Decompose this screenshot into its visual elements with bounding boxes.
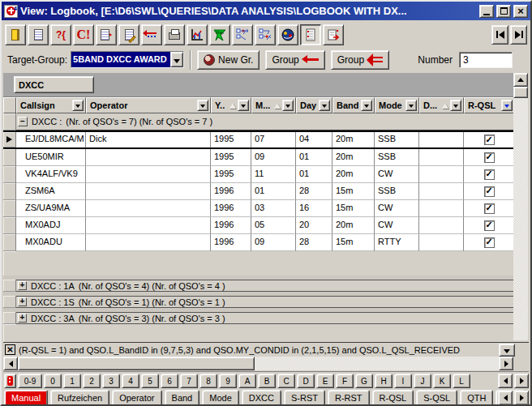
- cell-day[interactable]: 04: [296, 132, 332, 147]
- table-row[interactable]: ZSM6A 1996 01 28 15m SSB: [3, 183, 515, 200]
- scroll-right-button[interactable]: [499, 357, 513, 370]
- alpha-tab-i[interactable]: I: [394, 374, 412, 388]
- cell-year[interactable]: 1995: [211, 149, 251, 166]
- cell-operator[interactable]: [86, 166, 211, 183]
- alpha-tab-j[interactable]: J: [414, 374, 431, 388]
- expand-group-button[interactable]: +: [18, 314, 27, 323]
- cell-band[interactable]: 15m: [332, 234, 375, 251]
- alpha-tab-2[interactable]: 2: [83, 374, 101, 388]
- column-filter-dropdown[interactable]: [450, 100, 461, 111]
- grid-horizontal-scrollbar[interactable]: [3, 357, 529, 370]
- collapse-group-button[interactable]: −: [18, 117, 28, 126]
- cell-band[interactable]: 20m: [332, 132, 375, 147]
- alpha-tab-7[interactable]: 7: [180, 374, 198, 388]
- first-record-button[interactable]: [491, 25, 508, 45]
- cell-year[interactable]: 1996: [211, 217, 251, 234]
- cell-band[interactable]: 15m: [332, 183, 375, 200]
- table-row[interactable]: MX0ADU 1996 09 28 15m RTTY: [3, 234, 515, 251]
- scroll-left-button[interactable]: [3, 357, 18, 370]
- alpha-tab-4[interactable]: 4: [122, 374, 139, 388]
- field-tab-s-qsl[interactable]: S-QSL: [416, 390, 457, 406]
- group-by-dxcc-button[interactable]: DXCC: [14, 76, 94, 93]
- collapsed-group-row[interactable]: + DXCC : 1A (Nr. of QSO's = 4) (Nr. of Q…: [3, 280, 515, 292]
- alpha-tab-k[interactable]: K: [433, 374, 451, 388]
- number-input[interactable]: 3: [459, 52, 513, 68]
- cell-d[interactable]: [419, 217, 464, 234]
- cell-d[interactable]: [419, 166, 464, 183]
- field-tab-rufzeichen[interactable]: Rufzeichen: [50, 390, 109, 406]
- filter-active-checkbox[interactable]: ✕: [5, 344, 15, 355]
- cell-month[interactable]: 05: [251, 217, 296, 234]
- cell-year[interactable]: 1996: [211, 234, 251, 251]
- statistics-chart-button[interactable]: [187, 24, 208, 45]
- field-tabs-scroll-right[interactable]: [514, 391, 529, 405]
- cell-callsign[interactable]: EJ/DL8MCA/M: [16, 132, 86, 147]
- collapsed-group-row[interactable]: + DXCC : 1S (Nr. of QSO's = 1) (Nr. of Q…: [3, 296, 515, 308]
- close-button[interactable]: ×: [513, 5, 528, 18]
- cell-band[interactable]: 20m: [332, 149, 375, 166]
- cell-mode[interactable]: RTTY: [375, 234, 419, 251]
- az-index-button[interactable]: [300, 24, 321, 45]
- collapsed-group-row[interactable]: + DXCC : 3A (Nr. of QSO's = 3) (Nr. of Q…: [3, 312, 515, 324]
- cell-mode[interactable]: CW: [375, 200, 419, 217]
- column-filter-dropdown[interactable]: [282, 100, 294, 111]
- field-tab-mode[interactable]: Mode: [202, 390, 239, 406]
- export-tree-button[interactable]: [232, 24, 253, 45]
- maximize-button[interactable]: [496, 5, 511, 18]
- alpha-tab-g[interactable]: G: [355, 374, 373, 388]
- column-filter-dropdown[interactable]: [501, 100, 513, 111]
- alpha-tab-c[interactable]: C: [277, 374, 295, 388]
- column-filter-dropdown[interactable]: [197, 100, 208, 111]
- cell-operator[interactable]: [86, 200, 211, 217]
- cell-callsign[interactable]: MX0ADU: [16, 234, 86, 251]
- map-button[interactable]: Map: [209, 24, 230, 45]
- cell-month[interactable]: 01: [251, 183, 296, 200]
- field-tab-operator[interactable]: Operator: [112, 390, 161, 406]
- r-qsl-checkbox[interactable]: [484, 237, 495, 248]
- alpha-tab-b[interactable]: B: [258, 374, 276, 388]
- column-header-operator[interactable]: Operator: [86, 97, 211, 113]
- cell-day[interactable]: 20: [296, 217, 332, 234]
- cell-mode[interactable]: SSB: [375, 149, 419, 166]
- expand-group-button[interactable]: +: [18, 297, 27, 306]
- r-qsl-checkbox[interactable]: [484, 220, 495, 231]
- field-tab-band[interactable]: Band: [165, 390, 200, 406]
- cell-mode[interactable]: SSB: [375, 183, 419, 200]
- cell-month[interactable]: 09: [251, 234, 296, 251]
- r-qsl-checkbox[interactable]: [484, 152, 495, 163]
- column-header-band[interactable]: Band: [332, 97, 375, 113]
- r-qsl-checkbox[interactable]: [484, 135, 495, 145]
- cell-d[interactable]: [419, 200, 464, 217]
- new-group-button[interactable]: New Gr.: [197, 50, 260, 70]
- vertical-scrollbar-thumb[interactable]: [513, 87, 528, 98]
- cell-band[interactable]: 20m: [332, 166, 375, 183]
- cell-month[interactable]: 03: [251, 200, 296, 217]
- column-header-y[interactable]: Y..: [211, 97, 251, 113]
- cell-mode[interactable]: CW: [375, 166, 419, 183]
- cell-callsign[interactable]: ZS/UA9MA: [16, 200, 86, 217]
- cell-r-qsl[interactable]: [464, 183, 515, 200]
- column-filter-dropdown[interactable]: [319, 100, 330, 111]
- exit-button[interactable]: [5, 24, 26, 45]
- field-tab-qth[interactable]: QTH: [460, 390, 493, 406]
- cell-callsign[interactable]: ZSM6A: [16, 183, 86, 200]
- r-qsl-checkbox[interactable]: [484, 203, 495, 214]
- cell-operator[interactable]: [86, 149, 211, 166]
- cell-mode[interactable]: CW: [375, 217, 419, 234]
- alpha-tab-d[interactable]: D: [297, 374, 315, 388]
- grid-vertical-scrollbar[interactable]: [513, 73, 528, 340]
- alpha-tab-f[interactable]: F: [336, 374, 354, 388]
- column-filter-dropdown[interactable]: [361, 100, 372, 111]
- field-tab-manual[interactable]: Manual: [4, 390, 48, 406]
- column-header-rqsl[interactable]: R-QSL: [464, 97, 515, 113]
- alpha-tab-6[interactable]: 6: [161, 374, 178, 388]
- alpha-tab-9[interactable]: 9: [219, 374, 237, 388]
- world-contacts-button[interactable]: [277, 24, 298, 45]
- cell-day[interactable]: 16: [296, 200, 332, 217]
- refresh-button[interactable]: C!: [73, 24, 94, 45]
- alpha-tab-0[interactable]: 0: [44, 374, 62, 388]
- cell-year[interactable]: 1996: [211, 183, 251, 200]
- cell-year[interactable]: 1995: [211, 166, 251, 183]
- cell-day[interactable]: 28: [296, 183, 332, 200]
- cell-callsign[interactable]: VK4ALF/VK9: [16, 166, 86, 183]
